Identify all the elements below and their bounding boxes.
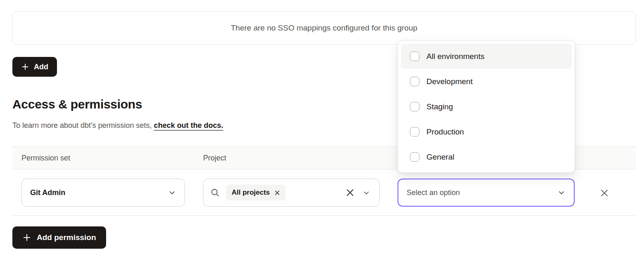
option-checkbox[interactable] xyxy=(410,102,419,111)
project-tag-label: All projects xyxy=(232,188,270,197)
option-checkbox[interactable] xyxy=(410,152,419,162)
option-label: Development xyxy=(426,77,473,86)
project-multiselect[interactable]: All projects xyxy=(203,179,380,207)
option-label: All environments xyxy=(426,52,484,61)
option-checkbox[interactable] xyxy=(410,52,419,61)
plus-icon xyxy=(21,63,29,71)
option-checkbox[interactable] xyxy=(410,77,419,86)
dropdown-option-production[interactable]: Production xyxy=(401,119,572,144)
add-permission-button[interactable]: Add permission xyxy=(12,226,106,249)
add-sso-mapping-button[interactable]: Add xyxy=(12,57,57,77)
section-description: To learn more about dbt's permission set… xyxy=(12,121,223,130)
environment-dropdown-menu: All environments Development Staging Pro… xyxy=(398,40,575,173)
environment-select[interactable]: Select an option xyxy=(398,179,575,207)
description-text: To learn more about dbt's permission set… xyxy=(12,121,152,130)
chevron-down-icon[interactable] xyxy=(362,189,370,197)
remove-permission-row-button[interactable] xyxy=(598,186,611,200)
group-settings-page: There are no SSO mappings configured for… xyxy=(0,0,644,259)
close-icon xyxy=(598,187,611,199)
chevron-down-icon xyxy=(557,188,566,197)
permission-set-value: Git Admin xyxy=(30,188,65,197)
dropdown-option-general[interactable]: General xyxy=(401,144,572,170)
dropdown-option-all-environments[interactable]: All environments xyxy=(401,44,572,69)
option-label: Staging xyxy=(426,102,453,111)
column-header-permission-set: Permission set xyxy=(21,154,70,162)
search-icon xyxy=(210,188,220,198)
sso-mappings-empty-state: There are no SSO mappings configured for… xyxy=(12,12,636,45)
permission-set-select[interactable]: Git Admin xyxy=(21,179,185,207)
dropdown-option-development[interactable]: Development xyxy=(401,69,572,94)
add-permission-label: Add permission xyxy=(37,233,96,242)
plus-icon xyxy=(22,233,31,242)
environment-placeholder: Select an option xyxy=(407,188,460,197)
option-checkbox[interactable] xyxy=(410,127,419,137)
dropdown-option-staging[interactable]: Staging xyxy=(401,94,572,119)
column-header-project: Project xyxy=(203,154,226,162)
option-label: General xyxy=(426,153,455,162)
page-title: Access & permissions xyxy=(12,97,142,111)
option-label: Production xyxy=(426,127,464,137)
clear-selection-icon[interactable] xyxy=(345,188,355,198)
sso-empty-message: There are no SSO mappings configured for… xyxy=(231,24,417,33)
project-tag: All projects xyxy=(226,185,286,200)
add-button-label: Add xyxy=(34,63,48,71)
docs-link[interactable]: check out the docs. xyxy=(154,121,223,130)
table-row-divider xyxy=(12,215,636,216)
chevron-down-icon xyxy=(168,188,176,197)
remove-tag-icon[interactable] xyxy=(275,190,280,195)
